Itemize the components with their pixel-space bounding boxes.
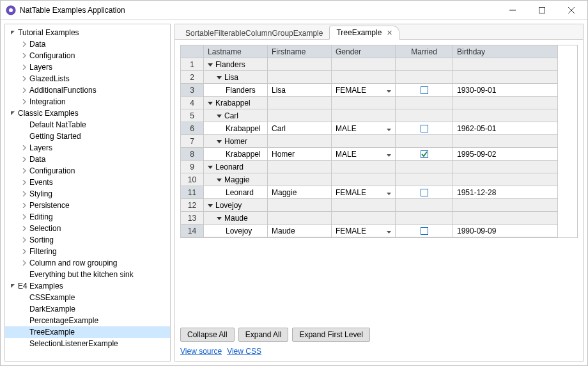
row-header[interactable]: 2 (181, 71, 204, 84)
cell-married[interactable] (396, 186, 453, 199)
married-checkbox[interactable] (421, 125, 428, 132)
cell-birthday[interactable] (453, 97, 558, 109)
tree-caret-icon[interactable] (217, 139, 222, 144)
cell-gender[interactable] (332, 71, 396, 84)
tree-caret-icon[interactable] (217, 177, 222, 182)
expander-icon[interactable] (19, 99, 29, 104)
sidebar-item[interactable]: Filtering (5, 246, 170, 257)
cell-married[interactable] (396, 109, 453, 122)
table-row[interactable]: 8KrabappelHomerMALE1995-09-02 (181, 148, 577, 161)
table-row[interactable]: 5Carl (181, 109, 577, 122)
sidebar-item[interactable]: DarkExample (5, 303, 170, 315)
cell-married[interactable] (396, 135, 453, 148)
sidebar-item[interactable]: Layers (5, 142, 170, 154)
tree-caret-icon[interactable] (217, 113, 222, 118)
expander-icon[interactable] (19, 180, 29, 185)
sidebar-item[interactable]: Layers (5, 61, 170, 73)
cell-birthday[interactable]: 1951-12-28 (453, 186, 558, 199)
cell[interactable]: Maggie (204, 173, 268, 186)
cell-birthday[interactable]: 1962-05-01 (453, 122, 558, 135)
table-row[interactable]: 11LeonardMaggieFEMALE1951-12-28 (181, 186, 577, 199)
table-row[interactable]: 2Lisa (181, 71, 577, 84)
cell-firstname[interactable]: Maggie (268, 186, 332, 199)
cell-firstname[interactable]: Homer (268, 148, 332, 161)
cell-birthday[interactable] (453, 109, 558, 122)
cell-married[interactable] (396, 225, 453, 237)
cell-firstname[interactable] (268, 135, 332, 148)
cell-gender[interactable] (332, 109, 396, 122)
expander-icon[interactable] (19, 88, 29, 93)
sidebar[interactable]: Tutorial ExamplesDataConfigurationLayers… (4, 24, 171, 362)
cell-birthday[interactable] (453, 173, 558, 186)
cell-gender[interactable] (332, 58, 396, 71)
sidebar-item[interactable]: Persistence (5, 200, 170, 211)
cell-gender[interactable] (332, 135, 396, 148)
sidebar-item[interactable]: Configuration (5, 50, 170, 61)
cell-firstname[interactable] (268, 58, 332, 71)
expander-icon[interactable] (19, 249, 29, 254)
cell[interactable]: Lisa (204, 71, 268, 84)
expander-icon[interactable] (19, 53, 29, 58)
sidebar-item[interactable]: CSSExample (5, 292, 170, 303)
sidebar-item[interactable]: PercentageExample (5, 315, 170, 326)
sidebar-item[interactable]: Sorting (5, 234, 170, 246)
row-header[interactable]: 10 (181, 173, 204, 186)
cell-birthday[interactable] (453, 58, 558, 71)
cell-birthday[interactable] (453, 135, 558, 148)
cell[interactable]: Krabappel (204, 148, 268, 161)
cell-married[interactable] (396, 84, 453, 97)
cell-gender[interactable] (332, 199, 396, 212)
sidebar-item[interactable]: AdditionalFunctions (5, 84, 170, 96)
cell-firstname[interactable] (268, 161, 332, 173)
expander-icon[interactable] (19, 65, 29, 70)
cell-firstname[interactable]: Lisa (268, 84, 332, 97)
sidebar-item[interactable]: Editing (5, 211, 170, 223)
row-header[interactable]: 11 (181, 186, 204, 199)
married-checkbox[interactable] (421, 227, 428, 235)
cell[interactable]: Leonard (204, 161, 268, 173)
sidebar-item[interactable]: Data (5, 38, 170, 50)
cell-married[interactable] (396, 148, 453, 161)
sidebar-item[interactable]: Configuration (5, 165, 170, 177)
cell-married[interactable] (396, 161, 453, 173)
sidebar-item[interactable]: Styling (5, 188, 170, 200)
expander-icon[interactable] (19, 226, 29, 231)
cell-married[interactable] (396, 58, 453, 71)
maximize-button[interactable] (527, 1, 557, 19)
dropdown-icon[interactable] (387, 86, 391, 95)
cell[interactable]: Flanders (204, 84, 268, 97)
cell-gender[interactable] (332, 161, 396, 173)
tree-caret-icon[interactable] (208, 164, 213, 170)
cell-gender[interactable]: FEMALE (332, 84, 396, 97)
row-header[interactable]: 6 (181, 122, 204, 135)
tree-caret-icon[interactable] (208, 100, 213, 106)
minimize-button[interactable] (498, 1, 527, 19)
row-header[interactable]: 8 (181, 148, 204, 161)
dropdown-icon[interactable] (387, 227, 391, 235)
close-tab-icon[interactable]: ✕ (387, 29, 392, 37)
table-row[interactable]: 3FlandersLisaFEMALE1930-09-01 (181, 84, 577, 97)
cell[interactable]: Lovejoy (204, 225, 268, 237)
expander-icon[interactable] (19, 237, 29, 243)
cell-married[interactable] (396, 71, 453, 84)
cell-gender[interactable]: MALE (332, 148, 396, 161)
view-source-link[interactable]: View source (180, 347, 222, 356)
expander-icon[interactable] (8, 111, 18, 116)
expander-icon[interactable] (19, 203, 29, 208)
sidebar-item[interactable]: Default NatTable (5, 119, 170, 131)
expander-icon[interactable] (19, 76, 29, 81)
cell[interactable]: Leonard (204, 186, 268, 199)
tree-table[interactable]: LastnameFirstnameGenderMarriedBirthday1F… (180, 45, 578, 238)
table-row[interactable]: 14LovejoyMaudeFEMALE1990-09-09 (181, 225, 577, 237)
expander-icon[interactable] (8, 283, 18, 289)
tree-caret-icon[interactable] (208, 62, 213, 67)
expander-icon[interactable] (19, 260, 29, 266)
cell-married[interactable] (396, 212, 453, 225)
cell-birthday[interactable]: 1990-09-09 (453, 225, 558, 237)
row-header[interactable]: 7 (181, 135, 204, 148)
married-checkbox[interactable] (421, 189, 428, 196)
table-row[interactable]: 7Homer (181, 135, 577, 148)
cell-firstname[interactable] (268, 199, 332, 212)
cell-firstname[interactable] (268, 109, 332, 122)
sidebar-item[interactable]: Classic Examples (5, 107, 170, 119)
